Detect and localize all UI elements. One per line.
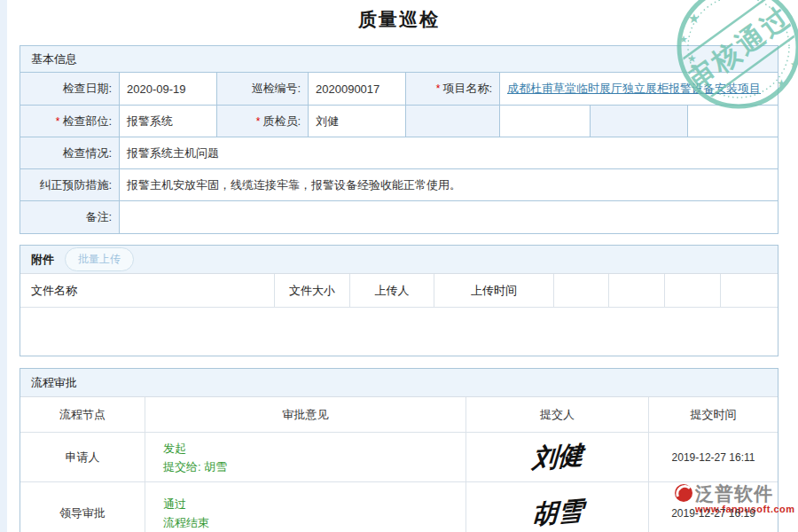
- empty-value-cell: [688, 106, 778, 137]
- required-asterisk: *: [436, 82, 441, 95]
- flow-node-applicant: 申请人: [20, 433, 145, 482]
- col-header-empty: [609, 274, 665, 308]
- approval-section-title: 流程审批: [20, 369, 778, 397]
- submit-time: 2019-12-27 16:19: [671, 507, 755, 520]
- basic-info-section: 基本信息 检查日期: 2020-09-19 巡检编号: 2020090017 *…: [20, 45, 778, 234]
- project-name-label: *项目名称:: [406, 73, 500, 106]
- attachments-section: 附件 批量上传 文件名称 文件大小 上传人 上传时间: [20, 245, 778, 356]
- situation-label: 检查情况:: [20, 137, 120, 169]
- page-title: 质量巡检: [0, 7, 798, 32]
- submit-time: 2019-12-27 16:11: [672, 451, 755, 464]
- submit-time-cell: 2019-12-27 16:19: [649, 482, 778, 532]
- approval-table: 流程节点 审批意见 提交人 提交时间 申请人 发起 提交给: 胡雪 刘健 201…: [20, 397, 778, 532]
- project-name-label-text: 项目名称:: [442, 81, 492, 97]
- inspector-label-text: 质检员:: [262, 113, 301, 129]
- submitter-signature-cell: 胡雪: [466, 482, 649, 532]
- patrol-no-value: 2020090017: [309, 73, 406, 106]
- attachments-section-title: 附件: [31, 246, 54, 274]
- submitter-signature: 刘健: [531, 437, 584, 477]
- batch-upload-button[interactable]: 批量上传: [65, 247, 134, 271]
- col-header-empty: [665, 274, 721, 308]
- inspect-part-value: 报警系统: [120, 106, 217, 137]
- inspector-value: 刘健: [309, 106, 406, 137]
- inspector-label: *质检员:: [217, 106, 309, 137]
- project-name-value: 成都杜甫草堂临时展厅独立展柜报警设备安装项目: [500, 73, 778, 106]
- submitter-signature: 胡雪: [531, 493, 584, 532]
- stamp-star-icon: ★: [790, 59, 798, 69]
- attachments-section-header: 附件 批量上传: [20, 246, 778, 274]
- situation-value: 报警系统主机问题: [120, 137, 778, 169]
- col-header-file-size: 文件大小: [275, 274, 350, 308]
- submit-time-cell: 2019-12-27 16:11: [649, 433, 778, 482]
- corrective-measure-label-text: 纠正预防措施:: [39, 177, 112, 193]
- empty-value-cell: [500, 106, 591, 137]
- submitter-signature-cell: 刘健: [466, 433, 649, 482]
- corrective-measure-label: 纠正预防措施:: [20, 169, 120, 201]
- col-header-empty: [554, 274, 609, 308]
- opinion-submitted-to: 提交给: 胡雪: [163, 458, 227, 476]
- attachments-empty-body: [20, 308, 778, 356]
- col-header-submit-time: 提交时间: [649, 397, 778, 433]
- stamp-star-icon: ★: [679, 34, 688, 44]
- approval-flow-section: 流程审批 流程节点 审批意见 提交人 提交时间 申请人 发起 提交给: 胡雪 刘…: [20, 368, 778, 532]
- empty-label-cell: [591, 106, 688, 137]
- remark-value: [120, 201, 778, 233]
- inspect-part-label: *检查部位:: [20, 106, 120, 137]
- col-header-uploader: 上传人: [350, 274, 434, 308]
- col-header-submitter: 提交人: [466, 397, 649, 433]
- project-name-link[interactable]: 成都杜甫草堂临时展厅独立展柜报警设备安装项目: [507, 81, 761, 97]
- required-asterisk: *: [56, 115, 60, 128]
- attachments-table-header: 文件名称 文件大小 上传人 上传时间: [20, 274, 778, 308]
- patrol-no-label: 巡检编号:: [217, 73, 309, 106]
- inspect-part-label-text: 检查部位:: [62, 113, 112, 129]
- approval-opinion-cell: 发起 提交给: 胡雪: [145, 433, 466, 482]
- situation-label-text: 检查情况:: [62, 145, 112, 161]
- required-asterisk: *: [256, 115, 261, 128]
- page-left-margin-strip: [0, 0, 7, 532]
- col-header-approval-opinion: 审批意见: [145, 397, 466, 433]
- opinion-initiate: 发起: [163, 439, 186, 458]
- corrective-measure-value: 报警主机安放牢固，线缆连接牢靠，报警设备经验收能正常使用。: [120, 169, 778, 201]
- col-header-upload-time: 上传时间: [434, 274, 554, 308]
- col-header-empty: [721, 274, 778, 308]
- basic-info-section-title: 基本信息: [20, 46, 778, 73]
- col-header-flow-node: 流程节点: [20, 397, 145, 433]
- inspect-date-label: 检查日期:: [20, 73, 120, 106]
- basic-info-table: 检查日期: 2020-09-19 巡检编号: 2020090017 *项目名称:…: [20, 73, 778, 233]
- inspect-date-label-text: 检查日期:: [62, 81, 112, 97]
- inspect-date-value: 2020-09-19: [120, 73, 217, 106]
- approval-opinion-cell: 通过 流程结束: [145, 482, 466, 532]
- opinion-flow-end: 流程结束: [163, 513, 209, 532]
- patrol-no-label-text: 巡检编号:: [251, 81, 301, 97]
- remark-label-text: 备注:: [85, 209, 112, 225]
- empty-label-cell: [406, 106, 500, 137]
- col-header-file-name: 文件名称: [20, 274, 275, 308]
- flow-node-leader-approval: 领导审批: [20, 482, 145, 532]
- remark-label: 备注:: [20, 201, 120, 233]
- opinion-passed: 通过: [163, 495, 186, 513]
